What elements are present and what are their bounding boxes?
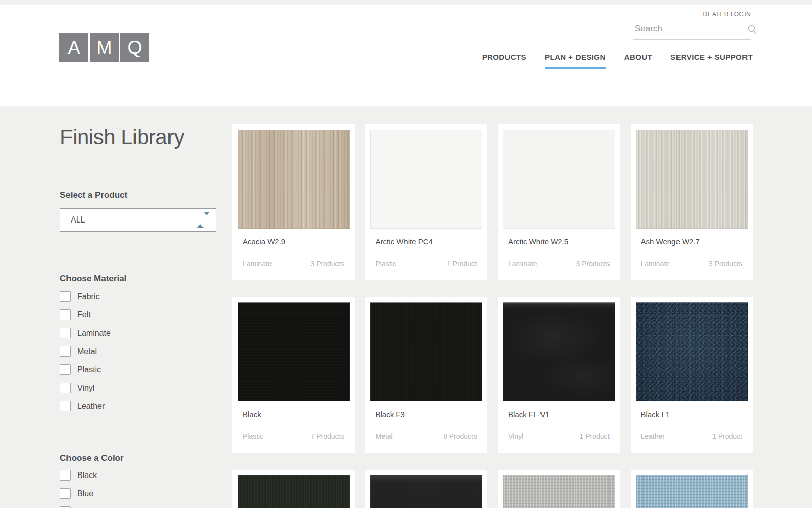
material-checkbox-felt[interactable] xyxy=(60,309,71,320)
material-checkbox-leather[interactable] xyxy=(60,401,71,411)
finish-name: Ash Wenge W2.7 xyxy=(641,237,743,246)
material-item-laminate[interactable]: Laminate xyxy=(60,328,216,346)
finish-card-partial-4[interactable] xyxy=(631,470,753,508)
search-input[interactable] xyxy=(633,24,747,36)
logo-letter-a: A xyxy=(59,33,88,62)
finish-name: Black xyxy=(243,410,345,419)
material-checkbox-metal[interactable] xyxy=(60,346,71,357)
finish-material: Plastic xyxy=(243,432,263,440)
material-item-metal[interactable]: Metal xyxy=(60,346,216,364)
nav-item-plan-design[interactable]: PLAN + DESIGN xyxy=(545,53,606,69)
site-header: A M Q DEALER LOGIN PRODUCTS PLAN + DESIG… xyxy=(0,5,812,106)
color-item-black[interactable]: Black xyxy=(60,470,216,488)
finish-card-partial-1[interactable] xyxy=(232,470,355,508)
finish-material: Vinyl xyxy=(508,432,523,440)
finish-count: 8 Products xyxy=(443,432,477,440)
material-checkbox-laminate[interactable] xyxy=(60,328,71,338)
finish-meta-row: Vinyl 1 Product xyxy=(508,432,610,440)
finish-count: 1 Product xyxy=(447,260,477,268)
top-strip xyxy=(0,0,812,5)
material-item-leather[interactable]: Leather xyxy=(60,401,216,419)
select-stepper-icon xyxy=(197,215,210,225)
finish-swatch-image xyxy=(636,475,748,508)
filter-sidebar: Finish Library Select a Product ALL Choo… xyxy=(60,106,216,508)
finish-meta-row: Plastic 7 Products xyxy=(243,432,345,440)
material-label-leather: Leather xyxy=(77,401,105,411)
material-item-fabric[interactable]: Fabric xyxy=(60,291,216,309)
material-label-laminate: Laminate xyxy=(77,328,111,338)
finish-card-ash-wenge[interactable]: Ash Wenge W2.7 Laminate 3 Products xyxy=(631,124,753,280)
finish-card-black-fl-v1[interactable]: Black FL-V1 Vinyl 1 Product xyxy=(498,297,620,453)
color-filter-list: Black Blue xyxy=(60,470,216,508)
finish-swatch-image xyxy=(503,475,615,508)
material-label-plastic: Plastic xyxy=(77,364,101,375)
material-label-fabric: Fabric xyxy=(77,291,99,302)
finish-count: 1 Product xyxy=(712,432,742,440)
finish-name: Acacia W2.9 xyxy=(243,237,345,246)
finish-material: Laminate xyxy=(243,260,272,268)
finish-swatch-image xyxy=(238,302,350,401)
finish-swatch-image xyxy=(503,302,615,401)
finish-card-partial-3[interactable] xyxy=(498,470,620,508)
material-item-plastic[interactable]: Plastic xyxy=(60,364,216,383)
finish-meta-row: Laminate 3 Products xyxy=(641,260,743,268)
material-checkbox-plastic[interactable] xyxy=(60,364,71,375)
dealer-login-link[interactable]: DEALER LOGIN xyxy=(703,11,751,18)
finish-swatch-image xyxy=(370,475,483,508)
finish-name: Arctic White PC4 xyxy=(376,237,478,246)
finish-card-black[interactable]: Black Plastic 7 Products xyxy=(232,297,355,453)
finish-swatch-image xyxy=(503,130,615,229)
nav-item-products[interactable]: PRODUCTS xyxy=(482,53,526,69)
logo-letter-q: Q xyxy=(120,33,149,62)
choose-color-label: Choose a Color xyxy=(60,453,124,463)
material-label-felt: Felt xyxy=(77,309,91,320)
finish-name: Black L1 xyxy=(641,410,743,419)
finish-swatch-image xyxy=(370,302,483,401)
finish-card-acacia[interactable]: Acacia W2.9 Laminate 3 Products xyxy=(232,124,355,280)
finish-card-black-l1[interactable]: Black L1 Leather 1 Product xyxy=(631,297,753,453)
main-nav: PRODUCTS PLAN + DESIGN ABOUT SERVICE + S… xyxy=(482,53,753,69)
finish-material: Laminate xyxy=(508,260,537,268)
nav-item-service-support[interactable]: SERVICE + SUPPORT xyxy=(670,53,753,69)
chevron-up-icon xyxy=(197,215,204,228)
finish-card-black-f3[interactable]: Black F3 Metal 8 Products xyxy=(365,297,488,453)
search-bar xyxy=(633,20,751,40)
finish-meta-row: Plastic 1 Product xyxy=(376,260,478,268)
page-title: Finish Library xyxy=(60,125,184,149)
color-label-blue: Blue xyxy=(77,488,93,499)
finish-name: Black FL-V1 xyxy=(508,410,610,419)
color-checkbox-black[interactable] xyxy=(60,470,71,481)
material-label-metal: Metal xyxy=(77,346,97,357)
material-checkbox-fabric[interactable] xyxy=(60,291,71,302)
nav-item-about[interactable]: ABOUT xyxy=(624,53,652,69)
finish-name: Arctic White W2.5 xyxy=(508,237,610,246)
material-item-felt[interactable]: Felt xyxy=(60,309,216,328)
material-checkbox-vinyl[interactable] xyxy=(60,383,71,393)
logo-letter-m: M xyxy=(90,33,119,62)
product-select-value: ALL xyxy=(71,215,85,225)
finish-material: Metal xyxy=(376,432,393,440)
finish-card-arctic-white-pc4[interactable]: Arctic White PC4 Plastic 1 Product xyxy=(365,124,488,280)
product-select[interactable]: ALL xyxy=(60,208,216,232)
finish-material: Plastic xyxy=(376,260,396,268)
finish-card-partial-2[interactable] xyxy=(365,470,488,508)
material-label-vinyl: Vinyl xyxy=(77,383,94,393)
finish-card-arctic-white-w25[interactable]: Arctic White W2.5 Laminate 3 Products xyxy=(498,124,620,280)
color-item-blue[interactable]: Blue xyxy=(60,488,216,506)
color-checkbox-blue[interactable] xyxy=(60,488,71,499)
finish-count: 3 Products xyxy=(708,260,742,268)
amq-logo[interactable]: A M Q xyxy=(59,33,149,62)
finish-count: 7 Products xyxy=(311,432,345,440)
material-filter-list: Fabric Felt Laminate Metal Plastic Vinyl… xyxy=(60,291,216,419)
finish-swatch-image xyxy=(636,302,748,401)
finish-grid: Acacia W2.9 Laminate 3 Products Arctic W… xyxy=(232,124,753,508)
chevron-down-icon xyxy=(204,212,210,224)
finish-swatch-image xyxy=(238,130,350,229)
color-label-black: Black xyxy=(77,470,97,481)
material-item-vinyl[interactable]: Vinyl xyxy=(60,383,216,401)
choose-material-label: Choose Material xyxy=(60,274,126,284)
finish-swatch-image xyxy=(238,475,350,508)
search-icon[interactable] xyxy=(747,24,757,35)
finish-meta-row: Laminate 3 Products xyxy=(243,260,345,268)
finish-swatch-image xyxy=(370,130,483,229)
